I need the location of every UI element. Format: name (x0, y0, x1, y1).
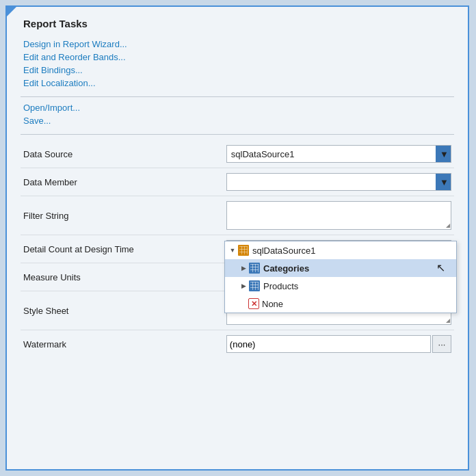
db-icon (237, 244, 250, 256)
watermark-input[interactable]: (none) (226, 335, 431, 353)
table-icon-shape-categories (249, 263, 260, 274)
dropdown-item-datasource[interactable]: ▼ sqlDataSource1 (225, 241, 456, 259)
data-member-value: ▼ (224, 168, 454, 196)
db-icon-shape (238, 245, 249, 256)
filter-string-label: Filter String (21, 196, 224, 235)
table-icon-shape-products (249, 280, 260, 291)
data-source-select[interactable]: sqlDataSource1 ▼ (226, 145, 451, 163)
x-icon: ✕ (248, 298, 259, 309)
link-open-import[interactable]: Open/Import... (23, 103, 454, 113)
filter-string-box[interactable]: ◢ (226, 201, 451, 230)
watermark-label: Watermark (21, 330, 224, 358)
categories-label: Categories (263, 263, 309, 274)
prop-row-watermark: Watermark (none) ··· (21, 330, 454, 358)
table-icon-products (248, 280, 261, 292)
dropdown-arrow-icon-2: ▼ (436, 177, 451, 187)
dropdown-item-products[interactable]: ▶ Products (225, 277, 456, 295)
data-member-arrow[interactable]: ▼ (436, 174, 451, 190)
watermark-text: (none) (230, 339, 256, 349)
divider-1 (21, 96, 454, 97)
prop-row-data-source: Data Source sqlDataSource1 ▼ (21, 140, 454, 168)
watermark-value: (none) ··· (224, 330, 454, 358)
watermark-inner: (none) ··· (226, 335, 451, 353)
table-icon-categories (248, 262, 261, 274)
none-label: None (262, 299, 283, 309)
data-source-text: sqlDataSource1 (227, 149, 436, 159)
cursor-icon: ↖ (436, 261, 445, 274)
data-member-label: Data Member (21, 168, 224, 196)
panel-title: Report Tasks (23, 18, 454, 29)
link-design-wizard[interactable]: Design in Report Wizard... (23, 39, 454, 49)
prop-row-filter-string: Filter String ◢ (21, 196, 454, 235)
filter-string-value: ◢ (224, 196, 454, 235)
dropdown-item-categories[interactable]: ▶ Categories ↖ (225, 259, 456, 277)
link-edit-bindings[interactable]: Edit Bindings... (23, 65, 454, 75)
datasource-label: sqlDataSource1 (252, 246, 316, 256)
dropdown-arrow-icon: ▼ (436, 149, 451, 159)
products-label: Products (263, 281, 298, 291)
ellipsis-icon: ··· (438, 339, 446, 349)
link-group-2: Open/Import... Save... (23, 103, 454, 126)
data-source-label: Data Source (21, 140, 224, 168)
link-edit-bands[interactable]: Edit and Reorder Bands... (23, 52, 454, 62)
data-member-dropdown[interactable]: ▼ sqlDataSource1 ▶ Categories ↖ ▶ Produc… (224, 241, 457, 313)
link-save[interactable]: Save... (23, 116, 454, 126)
divider-2 (21, 134, 454, 135)
style-sheet-label: Style Sheet (21, 291, 224, 330)
watermark-ellipsis-button[interactable]: ··· (432, 335, 451, 353)
resize-handle-filter: ◢ (446, 222, 450, 228)
prop-row-data-member: Data Member ▼ (21, 168, 454, 196)
data-member-select[interactable]: ▼ (226, 173, 451, 191)
resize-handle-style: ◢ (446, 317, 450, 323)
expand-arrow-datasource[interactable]: ▼ (228, 246, 237, 255)
data-source-value: sqlDataSource1 ▼ (224, 140, 454, 168)
expand-arrow-categories[interactable]: ▶ (239, 263, 248, 273)
detail-count-label: Detail Count at Design Time (21, 235, 224, 263)
corner-decoration (7, 7, 16, 16)
main-container: Report Tasks Design in Report Wizard... … (5, 5, 469, 471)
link-edit-localization[interactable]: Edit Localization... (23, 78, 454, 88)
link-group-1: Design in Report Wizard... Edit and Reor… (23, 39, 454, 88)
dropdown-item-none[interactable]: ✕ None (225, 295, 456, 313)
data-source-arrow[interactable]: ▼ (436, 146, 451, 162)
measure-units-label: Measure Units (21, 263, 224, 291)
expand-arrow-products[interactable]: ▶ (239, 281, 248, 291)
